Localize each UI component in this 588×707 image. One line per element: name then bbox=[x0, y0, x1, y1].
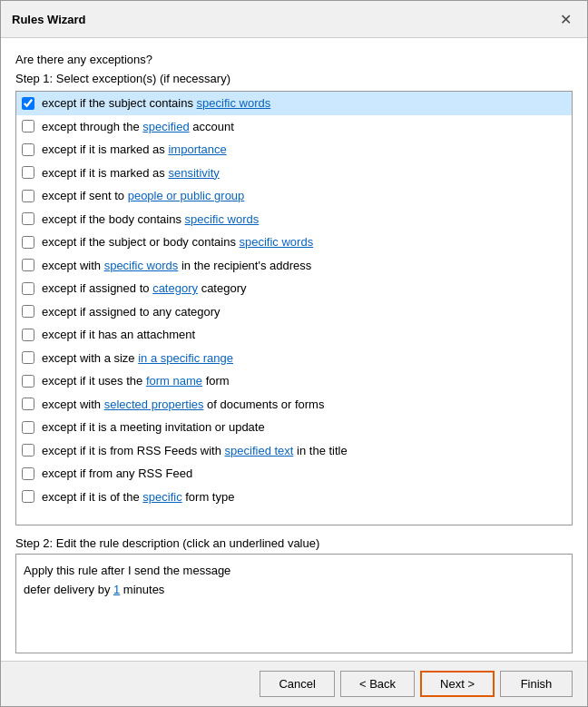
description-line1: Apply this rule after I send the message bbox=[24, 562, 564, 581]
dialog-title: Rules Wizard bbox=[12, 13, 86, 26]
exception-checkbox[interactable] bbox=[22, 212, 34, 225]
list-item[interactable]: except if assigned to category category bbox=[16, 277, 572, 300]
step1-label: Step 1: Select exception(s) (if necessar… bbox=[15, 72, 573, 85]
exception-checkbox[interactable] bbox=[22, 305, 34, 318]
button-bar: Cancel < Back Next > Finish bbox=[1, 661, 587, 706]
description-line2-prefix: defer delivery by bbox=[24, 583, 113, 596]
step2-label: Step 2: Edit the rule description (click… bbox=[15, 536, 573, 550]
exception-checkbox[interactable] bbox=[22, 444, 34, 457]
exception-checkbox[interactable] bbox=[22, 351, 34, 364]
exception-checkbox[interactable] bbox=[22, 236, 34, 249]
list-item[interactable]: except if it uses the form name form bbox=[16, 369, 572, 393]
cancel-button[interactable]: Cancel bbox=[260, 671, 334, 697]
back-button[interactable]: < Back bbox=[340, 671, 415, 697]
exception-checkbox[interactable] bbox=[22, 282, 34, 295]
list-item[interactable]: except if sent to people or public group bbox=[16, 184, 572, 208]
exceptions-list: except if the subject contains specific … bbox=[15, 91, 573, 525]
list-item[interactable]: except if it is of the specific form typ… bbox=[16, 486, 572, 509]
list-item[interactable]: except if the subject or body contains s… bbox=[16, 231, 572, 254]
list-item[interactable]: except if the subject contains specific … bbox=[16, 92, 572, 115]
list-item[interactable]: except with specific words in the recipi… bbox=[16, 254, 572, 278]
list-item[interactable]: except with selected properties of docum… bbox=[16, 393, 572, 417]
list-item[interactable]: except if assigned to any category bbox=[16, 300, 572, 324]
description-box: Apply this rule after I send the message… bbox=[15, 554, 573, 653]
exception-checkbox[interactable] bbox=[22, 97, 34, 110]
exception-checkbox[interactable] bbox=[22, 329, 34, 341]
close-button[interactable]: ✕ bbox=[554, 8, 576, 30]
next-button[interactable]: Next > bbox=[420, 671, 495, 697]
list-item[interactable]: except if it is marked as sensitivity bbox=[16, 162, 572, 185]
list-item[interactable]: except if it is marked as importance bbox=[16, 138, 572, 162]
exception-checkbox[interactable] bbox=[22, 490, 34, 503]
exception-checkbox[interactable] bbox=[22, 375, 34, 388]
dialog-content: Are there any exceptions? Step 1: Select… bbox=[1, 38, 587, 661]
exception-checkbox[interactable] bbox=[22, 120, 34, 133]
list-item[interactable]: except if from any RSS Feed bbox=[16, 462, 572, 486]
rules-wizard-dialog: Rules Wizard ✕ Are there any exceptions?… bbox=[0, 0, 588, 707]
exception-checkbox[interactable] bbox=[22, 166, 34, 179]
exception-checkbox[interactable] bbox=[22, 398, 34, 410]
list-item[interactable]: except if the body contains specific wor… bbox=[16, 208, 572, 231]
title-bar: Rules Wizard ✕ bbox=[1, 1, 587, 38]
finish-button[interactable]: Finish bbox=[500, 671, 573, 697]
list-item[interactable]: except if it is from RSS Feeds with spec… bbox=[16, 439, 572, 463]
question-label: Are there any exceptions? bbox=[15, 53, 573, 66]
exception-checkbox[interactable] bbox=[22, 421, 34, 434]
description-line2-suffix: minutes bbox=[120, 583, 164, 596]
exception-checkbox[interactable] bbox=[22, 259, 34, 271]
exception-checkbox[interactable] bbox=[22, 467, 34, 480]
list-item[interactable]: except if it is a meeting invitation or … bbox=[16, 416, 572, 439]
list-item[interactable]: except with a size in a specific range bbox=[16, 347, 572, 370]
list-item[interactable]: except through the specified account bbox=[16, 115, 572, 139]
exception-checkbox[interactable] bbox=[22, 190, 34, 202]
list-item[interactable]: except if it has an attachment bbox=[16, 323, 572, 347]
description-line2: defer delivery by 1 minutes bbox=[24, 581, 564, 600]
exception-checkbox[interactable] bbox=[22, 143, 34, 156]
